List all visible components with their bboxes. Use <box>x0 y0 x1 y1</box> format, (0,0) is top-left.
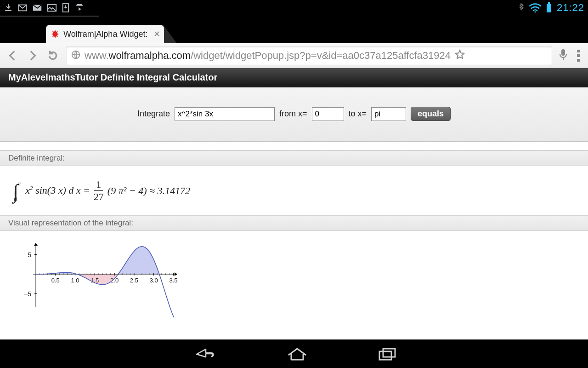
android-status-bar: 21:22 <box>0 0 588 16</box>
recents-nav-icon[interactable] <box>377 346 398 362</box>
play-store-icon <box>74 3 85 13</box>
wolfram-favicon-icon <box>51 29 60 39</box>
to-label: to x= <box>349 109 367 119</box>
gmail-icon <box>32 3 42 12</box>
svg-text:3.0: 3.0 <box>150 277 158 284</box>
url-text: www.wolframalpha.com/widget/widgetPopup.… <box>85 50 451 62</box>
svg-marker-7 <box>51 30 59 38</box>
svg-text:2.0: 2.0 <box>110 277 119 284</box>
new-tab-button[interactable] <box>163 25 177 43</box>
tab-strip: Wolfram|Alpha Widget: ✕ <box>0 17 588 43</box>
battery-icon <box>546 2 552 13</box>
bookmark-star-icon[interactable] <box>454 49 465 62</box>
wifi-icon <box>529 3 541 13</box>
home-nav-icon[interactable] <box>287 346 308 362</box>
browser-tab[interactable]: Wolfram|Alpha Widget: ✕ <box>46 25 164 43</box>
svg-rect-5 <box>547 4 551 12</box>
definite-integral-header: Definite integral: <box>0 150 588 166</box>
svg-rect-9 <box>561 49 565 56</box>
svg-rect-66 <box>383 349 395 357</box>
web-page-viewport: MyAlevelmathsTutor Definite Integral Cal… <box>0 68 588 339</box>
visual-rep-header: Visual representation of the integral: <box>0 215 588 231</box>
integral-plot: 0.51.01.52.02.53.03.5−55 <box>0 231 588 317</box>
upper-bound-input[interactable] <box>371 107 406 121</box>
globe-icon <box>71 50 81 62</box>
svg-point-4 <box>534 12 536 13</box>
address-bar[interactable]: www.wolframalpha.com/widget/widgetPopup.… <box>66 46 552 65</box>
download-icon <box>4 3 13 12</box>
widget-title: MyAlevelmathsTutor Definite Integral Cal… <box>0 68 588 87</box>
browser-toolbar: www.wolframalpha.com/widget/widgetPopup.… <box>0 43 588 68</box>
svg-text:0.5: 0.5 <box>51 277 60 284</box>
voice-search-icon[interactable] <box>559 48 568 63</box>
lower-bound-input[interactable] <box>312 107 344 121</box>
install-icon <box>62 3 70 12</box>
function-input[interactable] <box>175 107 275 121</box>
image-icon <box>47 3 57 12</box>
back-button[interactable] <box>6 49 19 63</box>
svg-text:5: 5 <box>28 251 31 259</box>
svg-text:−5: −5 <box>24 290 31 298</box>
integrate-label: Integrate <box>137 109 170 119</box>
svg-text:2.5: 2.5 <box>130 277 138 284</box>
bluetooth-icon <box>518 3 525 13</box>
svg-rect-65 <box>379 351 391 360</box>
reload-button[interactable] <box>46 49 60 63</box>
android-nav-bar <box>0 339 588 368</box>
from-label: from x= <box>279 109 307 119</box>
forward-button[interactable] <box>26 49 40 63</box>
browser-menu-button[interactable] <box>574 50 582 62</box>
status-clock: 21:22 <box>557 2 584 14</box>
tab-title: Wolfram|Alpha Widget: <box>63 29 147 39</box>
svg-rect-6 <box>548 2 550 4</box>
definite-integral-result: ∫ π 0 x2 sin(3 x) d x = 1 27 (9 π² − 4) … <box>0 166 588 215</box>
tab-close-icon[interactable]: ✕ <box>153 29 160 39</box>
mail-icon <box>17 3 28 12</box>
back-nav-icon[interactable] <box>190 346 218 362</box>
svg-text:3.5: 3.5 <box>169 277 177 284</box>
integral-input-row: Integrate from x= to x= equals <box>0 87 588 142</box>
equals-button[interactable]: equals <box>411 107 451 121</box>
svg-text:1.0: 1.0 <box>71 277 79 284</box>
